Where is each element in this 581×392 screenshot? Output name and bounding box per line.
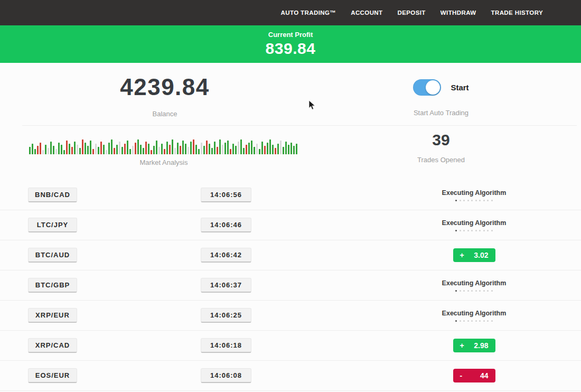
trade-status: +3.02: [423, 248, 526, 262]
trade-status: -44: [423, 369, 526, 382]
trade-status: +2.98: [423, 339, 526, 352]
trade-time: 14:06:42: [201, 248, 251, 263]
pair-label: XRP/EUR: [28, 308, 77, 323]
profit-badge: +2.98: [453, 339, 495, 352]
pair-label: EOS/EUR: [28, 368, 77, 383]
auto-trading-toggle[interactable]: [413, 79, 441, 96]
toggle-knob-icon: [426, 80, 440, 95]
table-row: BTC/GBP14:06:37Executing Algorithm: [0, 270, 581, 301]
pair-label: LTC/JPY: [28, 218, 77, 232]
current-profit-banner: Current Profit 839.84: [0, 25, 581, 63]
table-row: BTC/AUD14:06:42+3.02: [0, 240, 581, 270]
balance-value: 4239.84: [85, 74, 245, 100]
value: 44: [480, 371, 489, 380]
mouse-cursor-icon: [308, 100, 316, 110]
trades-opened-value: 39: [370, 131, 512, 149]
trade-time: 14:06:37: [201, 278, 251, 293]
loss-badge: -44: [453, 369, 495, 382]
progress-dots: [423, 200, 526, 201]
trade-time: 14:06:56: [201, 188, 251, 202]
nav-withdraw[interactable]: WITHDRAW: [441, 10, 476, 16]
market-analysis-block: Market Analysis: [29, 135, 298, 166]
profit-badge: +3.02: [453, 248, 495, 262]
table-row: BNB/CAD14:06:56Executing Algorithm: [0, 180, 581, 210]
sign: +: [460, 251, 464, 259]
nav-auto-trading[interactable]: AUTO TRADING™: [281, 10, 336, 16]
trade-time: 14:06:46: [201, 218, 251, 232]
trades-opened-label: Trades Opened: [370, 156, 512, 164]
trade-time: 14:06:08: [201, 368, 251, 383]
auto-trading-label: Start Auto Trading: [370, 109, 512, 117]
pair-label: BTC/AUD: [28, 248, 77, 263]
table-row: LTC/JPY14:06:46Executing Algorithm: [0, 210, 581, 240]
table-row: XRP/CAD14:06:18+2.98: [0, 331, 581, 361]
executing-algorithm-label: Executing Algorithm: [423, 310, 526, 317]
nav-deposit[interactable]: DEPOSIT: [398, 10, 426, 16]
toggle-state-label: Start: [451, 83, 468, 92]
balance-label: Balance: [85, 110, 245, 118]
market-analysis-chart: [29, 135, 298, 154]
nav-trade-history[interactable]: TRADE HISTORY: [491, 10, 543, 16]
auto-trading-block: Start Start Auto Trading: [370, 78, 512, 117]
trade-status: Executing Algorithm: [423, 279, 526, 292]
executing-algorithm-label: Executing Algorithm: [423, 279, 526, 287]
trade-status: Executing Algorithm: [423, 189, 526, 201]
progress-dots: [423, 320, 526, 322]
pair-label: BTC/GBP: [28, 278, 77, 293]
table-row: XRP/EUR14:06:25Executing Algorithm: [0, 301, 581, 331]
pair-label: BNB/CAD: [28, 188, 77, 202]
trades-list: BNB/CAD14:06:56Executing AlgorithmLTC/JP…: [0, 180, 581, 391]
divider: [22, 125, 577, 126]
executing-algorithm-label: Executing Algorithm: [423, 219, 526, 227]
current-profit-value: 839.84: [0, 40, 581, 58]
trades-opened-block: 39 Trades Opened: [370, 131, 512, 164]
current-profit-label: Current Profit: [0, 31, 581, 39]
sign: -: [460, 371, 463, 380]
nav-account[interactable]: ACCOUNT: [351, 10, 382, 16]
trade-status: Executing Algorithm: [423, 310, 526, 322]
table-row: EOS/EUR14:06:08-44: [0, 361, 581, 391]
pair-label: XRP/CAD: [28, 338, 77, 353]
value: 2.98: [474, 341, 488, 350]
trade-time: 14:06:18: [201, 338, 251, 353]
balance-block: 4239.84 Balance: [85, 74, 245, 118]
sign: +: [460, 341, 464, 350]
top-nav: AUTO TRADING™ ACCOUNT DEPOSIT WITHDRAW T…: [0, 0, 581, 25]
progress-dots: [423, 230, 526, 231]
executing-algorithm-label: Executing Algorithm: [423, 189, 526, 197]
trade-time: 14:06:25: [201, 308, 251, 323]
value: 3.02: [474, 251, 488, 259]
progress-dots: [423, 290, 526, 292]
trade-status: Executing Algorithm: [423, 219, 526, 231]
market-analysis-label: Market Analysis: [29, 158, 298, 166]
